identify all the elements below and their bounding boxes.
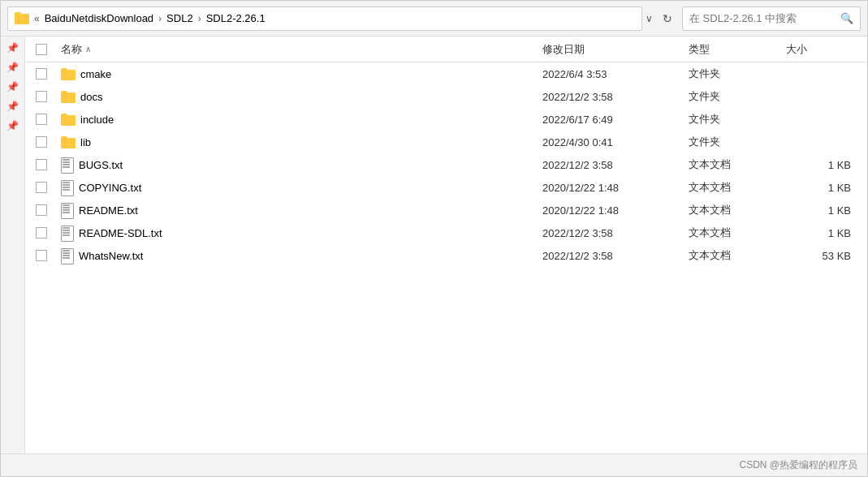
row-date: 2022/4/30 0:41 [542, 136, 689, 148]
table-row[interactable]: cmake 2022/6/4 3:53 文件夹 [25, 62, 867, 85]
folder-icon [61, 91, 76, 103]
breadcrumb-item-1[interactable]: BaiduNetdiskDownload [45, 12, 153, 24]
row-size: 1 KB [786, 204, 867, 217]
checkbox-row[interactable] [36, 114, 47, 125]
table-row[interactable]: COPYING.txt 2020/12/22 1:48 文本文档 1 KB [25, 176, 867, 199]
file-name: include [80, 114, 114, 126]
row-size: 1 KB [786, 159, 867, 171]
column-size-header[interactable]: 大小 [786, 42, 867, 57]
breadcrumb-item-2[interactable]: SDL2 [166, 12, 193, 24]
row-name: COPYING.txt [58, 180, 542, 195]
checkbox-row[interactable] [36, 250, 47, 261]
row-date: 2022/12/2 3:58 [542, 227, 689, 239]
row-size: 1 KB [786, 182, 867, 194]
row-date: 2022/6/4 3:53 [542, 68, 689, 80]
row-type: 文本文档 [689, 157, 786, 172]
row-size: 1 KB [786, 227, 867, 239]
row-date: 2022/12/2 3:58 [542, 159, 689, 171]
row-type: 文件夹 [689, 67, 786, 81]
sidebar-icon-4[interactable]: 📌 [5, 98, 21, 114]
row-checkbox[interactable] [25, 227, 58, 238]
file-name: docs [80, 91, 102, 103]
sidebar-icon-1[interactable]: 📌 [5, 40, 21, 56]
table-row[interactable]: lib 2022/4/30 0:41 文件夹 [25, 131, 867, 153]
file-name: BUGS.txt [79, 159, 123, 171]
search-icon[interactable]: 🔍 [840, 12, 853, 24]
sort-arrow-icon: ∧ [85, 45, 91, 54]
row-size: 53 KB [786, 250, 867, 262]
row-checkbox[interactable] [25, 114, 58, 125]
search-input[interactable] [689, 12, 836, 24]
row-name: lib [58, 136, 542, 148]
row-checkbox[interactable] [25, 250, 58, 261]
file-name: lib [80, 136, 91, 148]
sidebar-icon-5[interactable]: 📌 [5, 118, 21, 134]
row-name: include [58, 114, 542, 126]
row-type: 文本文档 [689, 226, 786, 240]
txt-file-icon [61, 203, 74, 217]
column-date-header[interactable]: 修改日期 [542, 42, 689, 57]
row-checkbox[interactable] [25, 204, 58, 216]
row-name: docs [58, 91, 542, 103]
folder-icon [61, 68, 76, 80]
status-bar: CSDN @热爱编程的程序员 [1, 453, 867, 476]
breadcrumb-dropdown-icon[interactable]: ∨ [646, 13, 653, 24]
checkbox-row[interactable] [36, 68, 47, 80]
main-content: 📌 📌 📌 📌 📌 名称 ∧ 修改日期 类型 [1, 37, 867, 453]
column-header: 名称 ∧ 修改日期 类型 大小 [25, 37, 867, 62]
txt-file-icon [61, 180, 74, 195]
column-name-label: 名称 [61, 42, 82, 57]
file-name: README-SDL.txt [79, 227, 162, 239]
breadcrumb-sep-1: « [32, 13, 41, 24]
txt-file-icon [61, 226, 74, 240]
search-box: 🔍 [682, 6, 861, 31]
sidebar-icon-2[interactable]: 📌 [5, 59, 21, 75]
checkbox-row[interactable] [36, 227, 47, 238]
checkbox-row[interactable] [36, 204, 47, 216]
refresh-button[interactable]: ↻ [658, 11, 677, 27]
row-checkbox[interactable] [25, 68, 58, 80]
select-all-checkbox[interactable] [25, 44, 58, 55]
row-checkbox[interactable] [25, 136, 58, 148]
row-checkbox[interactable] [25, 159, 58, 170]
row-date: 2022/12/2 3:58 [542, 91, 689, 103]
checkbox-row[interactable] [36, 91, 47, 102]
file-name: COPYING.txt [79, 182, 141, 194]
row-name: README.txt [58, 203, 542, 217]
row-type: 文件夹 [689, 135, 786, 149]
file-name: WhatsNew.txt [79, 250, 143, 262]
checkbox-row[interactable] [36, 182, 47, 193]
row-checkbox[interactable] [25, 182, 58, 193]
row-name: README-SDL.txt [58, 226, 542, 240]
checkbox-row[interactable] [36, 136, 47, 148]
column-size-label: 大小 [786, 43, 807, 55]
table-row[interactable]: README.txt 2020/12/22 1:48 文本文档 1 KB [25, 199, 867, 221]
row-type: 文本文档 [689, 180, 786, 195]
sidebar: 📌 📌 📌 📌 📌 [1, 37, 25, 453]
row-date: 2022/12/2 3:58 [542, 250, 689, 262]
column-date-label: 修改日期 [542, 43, 585, 55]
table-row[interactable]: include 2022/6/17 6:49 文件夹 [25, 108, 867, 131]
table-row[interactable]: README-SDL.txt 2022/12/2 3:58 文本文档 1 KB [25, 221, 867, 244]
row-checkbox[interactable] [25, 91, 58, 102]
table-row[interactable]: docs 2022/12/2 3:58 文件夹 [25, 85, 867, 108]
column-type-header[interactable]: 类型 [689, 42, 786, 57]
column-name-header[interactable]: 名称 ∧ [58, 42, 542, 57]
row-name: BUGS.txt [58, 157, 542, 172]
table-row[interactable]: WhatsNew.txt 2022/12/2 3:58 文本文档 53 KB [25, 244, 867, 267]
breadcrumb-bar[interactable]: « BaiduNetdiskDownload › SDL2 › SDL2-2.2… [7, 6, 642, 31]
row-date: 2022/6/17 6:49 [542, 114, 689, 126]
breadcrumb-item-3[interactable]: SDL2-2.26.1 [206, 12, 266, 24]
table-row[interactable]: BUGS.txt 2022/12/2 3:58 文本文档 1 KB [25, 153, 867, 176]
file-area: 名称 ∧ 修改日期 类型 大小 cmake [25, 37, 867, 453]
txt-file-icon [61, 157, 74, 172]
watermark-text: CSDN @热爱编程的程序员 [739, 458, 857, 472]
row-type: 文件夹 [689, 112, 786, 127]
folder-icon [61, 114, 76, 126]
sidebar-icon-3[interactable]: 📌 [5, 79, 21, 95]
checkbox-row[interactable] [36, 159, 47, 170]
txt-file-icon [61, 248, 74, 263]
checkbox-all[interactable] [36, 44, 47, 55]
row-type: 文本文档 [689, 248, 786, 263]
breadcrumb-folder-icon [15, 12, 29, 24]
